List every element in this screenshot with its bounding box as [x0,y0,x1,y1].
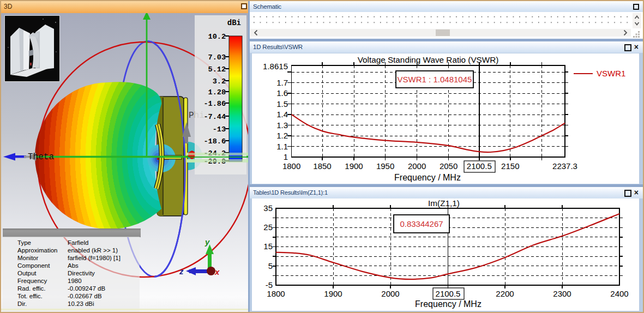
svg-text:dBi: dBi [227,19,241,27]
svg-text:2100.5: 2100.5 [467,161,492,171]
svg-text:1.4: 1.4 [276,110,288,119]
svg-text:Voltage Standing Wave Ratio (V: Voltage Standing Wave Ratio (VSWR) [358,55,499,64]
svg-text:1900: 1900 [324,289,342,298]
svg-text:25: 25 [263,222,273,232]
svg-text:1.7: 1.7 [276,78,288,87]
svg-text:-18.6: -18.6 [203,137,226,146]
svg-text:-5: -5 [266,280,273,290]
svg-text:1.2: 1.2 [276,131,288,140]
svg-text:1950: 1950 [376,161,394,171]
svg-text:5: 5 [268,261,273,270]
svg-text:-1.86: -1.86 [203,100,226,108]
svg-text:1.1: 1.1 [276,142,288,151]
svg-text:1900: 1900 [345,161,363,171]
svg-text:7.03: 7.03 [208,53,226,62]
svg-text:5.12: 5.12 [208,65,226,74]
svg-text:1.8615: 1.8615 [263,62,288,71]
svg-text:Frequency / MHz: Frequency / MHz [394,173,461,182]
svg-text:2000: 2000 [381,289,399,298]
svg-text:y: y [204,237,210,246]
svg-text:2000: 2000 [408,161,426,171]
svg-text:VSWR1 : 1.0481045: VSWR1 : 1.0481045 [398,75,472,84]
svg-text:1: 1 [284,152,288,161]
svg-text:1850: 1850 [313,161,331,171]
svg-text:1.6: 1.6 [276,88,288,98]
svg-text:10.2: 10.2 [208,33,226,41]
svg-text:1800: 1800 [267,289,285,298]
svg-text:0.83344267: 0.83344267 [400,219,443,228]
svg-text:1.28: 1.28 [208,88,226,97]
svg-text:35: 35 [263,203,273,213]
svg-text:Theta: Theta [28,152,54,162]
svg-text:1.3: 1.3 [276,121,288,130]
svg-text:2050: 2050 [440,161,458,171]
svg-text:x: x [214,267,220,276]
svg-text:Im(Z1,1): Im(Z1,1) [428,198,460,208]
svg-text:2400: 2400 [610,289,628,298]
svg-text:2100.5: 2100.5 [436,289,461,298]
svg-text:2237.3: 2237.3 [552,161,577,171]
svg-text:1.5: 1.5 [276,99,288,109]
svg-text:Frequency / MHz: Frequency / MHz [415,299,482,309]
svg-text:3.2: 3.2 [213,77,226,86]
svg-text:-13: -13 [213,125,226,134]
svg-text:15: 15 [263,242,273,251]
svg-text:2150: 2150 [501,161,519,171]
svg-text:z: z [179,267,184,276]
svg-text:2200: 2200 [496,289,514,298]
svg-text:2300: 2300 [553,289,571,298]
svg-text:-7.44: -7.44 [203,113,226,121]
svg-text:VSWR1: VSWR1 [597,69,625,78]
svg-text:1800: 1800 [282,161,300,171]
